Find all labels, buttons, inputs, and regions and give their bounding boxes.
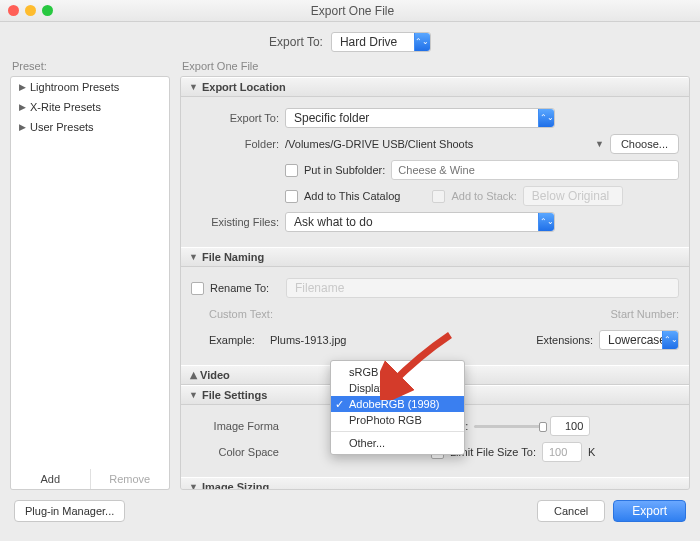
export-to-folder-label: Export To: [191,112,279,124]
chevron-updown-icon [414,33,430,51]
slider-thumb[interactable] [539,422,547,432]
color-space-other-option[interactable]: Other... [331,435,464,451]
footer: Plug-in Manager... Cancel Export [0,490,700,532]
triangle-down-icon: ▼ [189,482,198,490]
preset-label: Preset: [10,60,170,76]
add-preset-button[interactable]: Add [11,469,91,489]
titlebar: Export One File [0,0,700,22]
folder-path: /Volumes/G-DRIVE USB/Client Shoots [285,138,589,150]
stack-position-select: Below Original [523,186,623,206]
choose-folder-button[interactable]: Choose... [610,134,679,154]
custom-text-label: Custom Text: [209,308,279,320]
export-to-folder-select[interactable]: Specific folder [285,108,555,128]
triangle-right-icon: ▶ [19,102,26,112]
menu-divider [331,431,464,432]
limit-size-input [542,442,582,462]
image-format-label: Image Forma [191,420,279,432]
rename-checkbox[interactable] [191,282,204,295]
color-space-option[interactable]: ProPhoto RGB [331,412,464,428]
export-button[interactable]: Export [613,500,686,522]
color-space-label: Color Space [191,446,279,458]
annotation-arrow-icon [380,330,460,403]
plugin-manager-button[interactable]: Plug-in Manager... [14,500,125,522]
subfolder-checkbox[interactable] [285,164,298,177]
example-value: Plums-1913.jpg [270,334,346,346]
extensions-select[interactable]: Lowercase [599,330,679,350]
preset-item[interactable]: ▶User Presets [11,117,169,137]
extensions-label: Extensions: [536,334,593,346]
limit-unit: K [588,446,595,458]
triangle-right-icon: ▶ [188,372,198,379]
subfolder-label: Put in Subfolder: [304,164,385,176]
add-stack-label: Add to Stack: [451,190,516,202]
export-to-select[interactable]: Hard Drive [331,32,431,52]
existing-files-label: Existing Files: [191,216,279,228]
preset-list[interactable]: ▶Lightroom Presets ▶X-Rite Presets ▶User… [10,76,170,472]
preset-item[interactable]: ▶Lightroom Presets [11,77,169,97]
subfolder-input[interactable] [391,160,679,180]
window-title: Export One File [13,4,692,18]
chevron-updown-icon [538,109,554,127]
triangle-down-icon: ▼ [189,82,198,92]
add-catalog-label: Add to This Catalog [304,190,400,202]
existing-files-select[interactable]: Ask what to do [285,212,555,232]
export-to-row: Export To: Hard Drive [0,22,700,60]
rename-select: Filename [286,278,679,298]
cancel-button[interactable]: Cancel [537,500,605,522]
preset-item[interactable]: ▶X-Rite Presets [11,97,169,117]
export-to-value: Hard Drive [340,35,397,49]
triangle-down-icon[interactable]: ▼ [595,139,604,149]
triangle-right-icon: ▶ [19,122,26,132]
quality-input[interactable] [550,416,590,436]
add-stack-checkbox [432,190,445,203]
example-label: Example: [209,334,264,346]
section-file-naming[interactable]: ▼File Naming [181,247,689,267]
section-image-sizing[interactable]: ▼Image Sizing [181,477,689,490]
chevron-updown-icon [662,331,678,349]
export-to-label: Export To: [269,35,323,49]
triangle-down-icon: ▼ [189,252,198,262]
remove-preset-button: Remove [91,469,170,489]
start-number-label: Start Number: [611,308,679,320]
add-catalog-checkbox[interactable] [285,190,298,203]
right-title: Export One File [180,60,690,76]
quality-slider[interactable] [474,425,544,428]
triangle-down-icon: ▼ [189,390,198,400]
chevron-updown-icon [538,213,554,231]
triangle-right-icon: ▶ [19,82,26,92]
folder-label: Folder: [191,138,279,150]
rename-label: Rename To: [210,282,280,294]
section-export-location[interactable]: ▼Export Location [181,77,689,97]
